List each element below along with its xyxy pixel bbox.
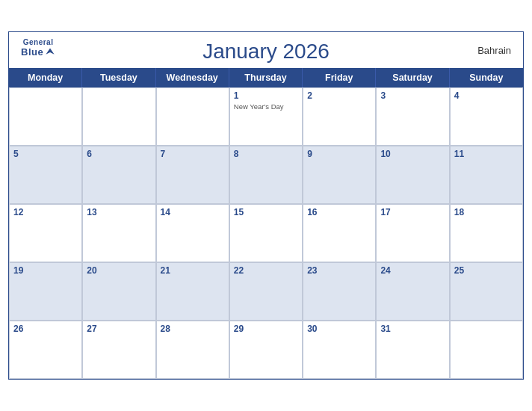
cell-number: 9	[307, 149, 371, 159]
calendar-cell: 29	[229, 321, 303, 379]
calendar-cell: 14	[156, 204, 229, 262]
calendar-cell: 20	[82, 262, 155, 321]
cell-number: 21	[161, 265, 225, 276]
cell-number: 8	[234, 149, 298, 159]
cell-number: 22	[234, 265, 298, 276]
cell-number: 11	[454, 149, 519, 159]
svg-marker-0	[46, 48, 55, 54]
days-header: MondayTuesdayWednesdayThursdayFridaySatu…	[9, 68, 523, 87]
day-header-wednesday: Wednesday	[156, 68, 229, 87]
cell-number: 13	[87, 207, 151, 217]
cell-number: 1	[234, 90, 298, 101]
cell-number: 17	[380, 207, 445, 217]
logo-blue: Blue	[21, 46, 55, 58]
cell-number: 18	[454, 207, 519, 217]
calendar-cell: 6	[82, 146, 155, 204]
cell-number: 20	[87, 265, 151, 276]
cell-number: 5	[13, 149, 78, 159]
cell-number: 15	[234, 207, 298, 217]
calendar-cell: 23	[303, 262, 376, 321]
calendar-cell: 19	[9, 262, 82, 321]
logo-bird-icon	[45, 47, 55, 58]
day-header-monday: Monday	[9, 68, 82, 87]
cell-number: 12	[13, 207, 78, 217]
calendar-cell: 15	[229, 204, 303, 262]
cell-number: 26	[13, 324, 78, 334]
cell-number: 14	[161, 207, 225, 217]
cell-number: 10	[380, 149, 445, 159]
calendar-cell: 1New Year's Day	[229, 87, 303, 146]
cell-number: 2	[307, 90, 371, 101]
calendar-cell: 30	[303, 321, 376, 379]
calendar-cell: 12	[9, 204, 82, 262]
cell-number: 25	[454, 265, 519, 276]
day-header-saturday: Saturday	[376, 68, 449, 87]
day-header-tuesday: Tuesday	[82, 68, 155, 87]
cell-number: 16	[307, 207, 371, 217]
calendar-header: General Blue January 2026 Bahrain	[9, 32, 523, 68]
calendar-cell: 31	[376, 321, 449, 379]
cell-number: 30	[307, 324, 371, 334]
cell-number: 19	[13, 265, 78, 276]
calendar-cell: 24	[376, 262, 449, 321]
cell-holiday: New Year's Day	[234, 102, 298, 111]
calendar-cell: 13	[82, 204, 155, 262]
country-label: Bahrain	[477, 45, 511, 56]
calendar-cell: 21	[156, 262, 229, 321]
calendar-cell: 16	[303, 204, 376, 262]
day-header-thursday: Thursday	[229, 68, 303, 87]
calendar-cell: 17	[376, 204, 449, 262]
calendar-grid: 1New Year's Day2345678910111213141516171…	[9, 87, 523, 379]
calendar-cell	[450, 321, 523, 379]
calendar-cell: 8	[229, 146, 303, 204]
calendar-cell: 18	[450, 204, 523, 262]
calendar-cell	[156, 87, 229, 146]
calendar-cell	[82, 87, 155, 146]
logo-general: General	[23, 38, 54, 46]
calendar-cell: 10	[376, 146, 449, 204]
cell-number: 24	[380, 265, 445, 276]
calendar-cell: 5	[9, 146, 82, 204]
calendar-cell: 28	[156, 321, 229, 379]
calendar-cell: 11	[450, 146, 523, 204]
cell-number: 31	[380, 324, 445, 334]
day-header-sunday: Sunday	[450, 68, 523, 87]
calendar-cell: 4	[450, 87, 523, 146]
calendar-cell: 26	[9, 321, 82, 379]
calendar-cell: 3	[376, 87, 449, 146]
calendar-cell: 2	[303, 87, 376, 146]
cell-number: 7	[161, 149, 225, 159]
calendar-cell	[9, 87, 82, 146]
calendar-cell: 22	[229, 262, 303, 321]
calendar-cell: 25	[450, 262, 523, 321]
cell-number: 29	[234, 324, 298, 334]
calendar-cell: 7	[156, 146, 229, 204]
day-header-friday: Friday	[303, 68, 376, 87]
cell-number: 28	[161, 324, 225, 334]
cell-number: 6	[87, 149, 151, 159]
cell-number: 27	[87, 324, 151, 334]
calendar: General Blue January 2026 Bahrain Monday…	[8, 31, 524, 380]
cell-number: 4	[454, 90, 519, 101]
cell-number: 23	[307, 265, 371, 276]
cell-number: 3	[380, 90, 445, 101]
calendar-cell: 27	[82, 321, 155, 379]
logo: General Blue	[21, 38, 55, 58]
calendar-title: January 2026	[202, 40, 330, 64]
calendar-cell: 9	[303, 146, 376, 204]
